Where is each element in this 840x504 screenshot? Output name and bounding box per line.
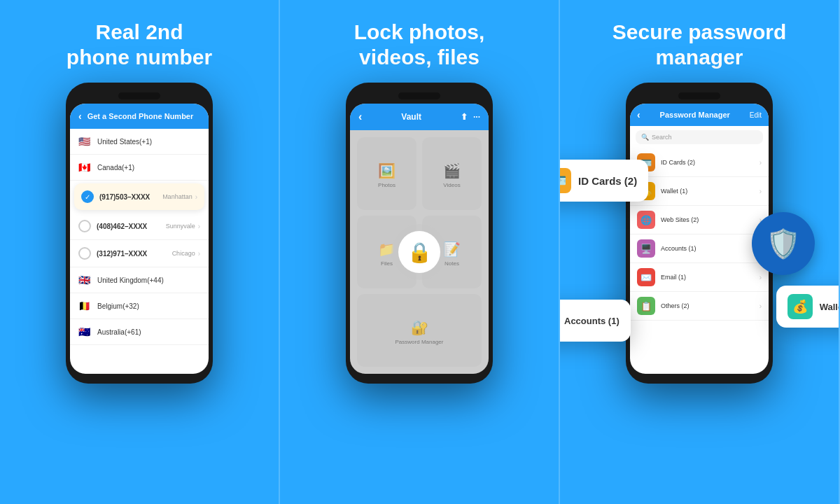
phone-1-header: ‹ Get a Second Phone Number	[70, 104, 209, 129]
upload-icon[interactable]: ⬆	[461, 112, 468, 122]
pm-item-label: ID Cards (2)	[661, 159, 760, 166]
search-icon: 🔍	[641, 134, 649, 141]
list-item[interactable]: 🇺🇸 United States(+1)	[70, 129, 209, 155]
lock-icon: 🔒	[398, 231, 440, 273]
more-icon[interactable]: ···	[473, 112, 480, 122]
phone-mockup-3: 🪪 ID Cards (2) 🛡️ 💰 Wallet (1) 🖥️ Accoun…	[626, 83, 773, 384]
phone-3: ‹ Password Manager Edit 🔍 Search 🪪 ID Ca…	[626, 83, 773, 384]
id-card-popup-icon: 🪪	[560, 168, 571, 193]
chevron-right-icon: ›	[195, 193, 197, 201]
chevron-right-icon: ›	[760, 302, 762, 310]
wallet-popup-label: Wallet (1)	[820, 302, 840, 312]
chevron-right-icon: ›	[760, 188, 762, 195]
search-bar[interactable]: 🔍 Search	[636, 130, 763, 144]
chevron-right-icon: ›	[760, 159, 762, 167]
pm-list-item-idcards[interactable]: 🪪 ID Cards (2) ›	[630, 148, 769, 177]
pm-list-item-others[interactable]: 📋 Others (2) ›	[630, 292, 769, 321]
flag-ca: 🇨🇦	[78, 162, 90, 173]
phone-2-header: ‹ Vault ⬆ ···	[350, 104, 489, 130]
phone-screen-3: ‹ Password Manager Edit 🔍 Search 🪪 ID Ca…	[630, 104, 769, 374]
phone-notch-2	[398, 92, 440, 99]
back-arrow-icon[interactable]: ‹	[637, 109, 640, 120]
pm-item-label: Wallet (1)	[661, 188, 760, 195]
phone-screen-2: ‹ Vault ⬆ ··· 🖼️ Photos 🎬 Videos	[350, 104, 489, 374]
phone-2: ‹ Vault ⬆ ··· 🖼️ Photos 🎬 Videos	[346, 83, 493, 384]
phone-1-header-title: Get a Second Phone Number	[88, 112, 194, 120]
accounts-popup[interactable]: 🖥️ Accounts (1)	[560, 300, 631, 342]
list-item[interactable]: (312)971–XXXX Chicago ›	[70, 240, 209, 267]
radio-icon	[78, 220, 91, 232]
flag-uk: 🇬🇧	[78, 274, 90, 286]
phone-number: (917)503–XXXX	[99, 193, 162, 201]
country-label: Canada(+1)	[97, 164, 134, 172]
country-label: United Kingdom(+44)	[97, 276, 164, 284]
phone-number: (312)971–XXXX	[97, 250, 172, 258]
pm-header-title: Password Manager	[660, 111, 730, 119]
search-placeholder: Search	[652, 134, 672, 141]
pm-list-item-email[interactable]: ✉️ Email (1) ›	[630, 263, 769, 292]
radio-icon	[78, 247, 91, 260]
list-item-selected[interactable]: (917)503–XXXX Manhattan ›	[74, 183, 204, 210]
lock-overlay: 🔒	[350, 130, 489, 374]
panel-vault: Lock photos,videos, files ‹ Vault ⬆ ··· …	[280, 0, 560, 504]
city-label: Manhattan	[162, 193, 192, 200]
country-label: Belgium(+32)	[97, 302, 139, 310]
flag-au: 🇦🇺	[78, 326, 90, 337]
wallet-popup-icon: 💰	[788, 294, 813, 319]
websites-icon: 🌐	[637, 211, 655, 229]
id-cards-popup-label: ID Cards (2)	[578, 175, 637, 187]
pm-item-label: Web Sites (2)	[661, 216, 760, 223]
phone-mockup-1: ‹ Get a Second Phone Number 🇺🇸 United St…	[66, 83, 213, 384]
list-item[interactable]: 🇦🇺 Australia(+61)	[70, 319, 209, 345]
pm-item-label: Others (2)	[661, 302, 760, 309]
chevron-right-icon: ›	[198, 223, 200, 230]
id-cards-popup[interactable]: 🪪 ID Cards (2)	[560, 160, 648, 202]
phone-notch-3	[678, 92, 720, 99]
others-icon: 📋	[637, 297, 655, 315]
shield-badge: 🛡️	[752, 212, 815, 275]
flag-us: 🇺🇸	[78, 136, 90, 147]
accounts-icon: 🖥️	[637, 239, 655, 258]
phone-1-list: 🇺🇸 United States(+1) 🇨🇦 Canada(+1) (917)…	[70, 129, 209, 345]
panel-2-title: Lock photos,videos, files	[354, 20, 485, 70]
phone-3-header: ‹ Password Manager Edit	[630, 104, 769, 126]
panel-password-manager: Secure passwordmanager 🪪 ID Cards (2) 🛡️…	[560, 0, 840, 504]
pm-list-item-wallet[interactable]: 👝 Wallet (1) ›	[630, 177, 769, 206]
email-icon: ✉️	[637, 268, 655, 286]
chevron-right-icon: ›	[760, 274, 762, 281]
country-label: Australia(+61)	[97, 328, 141, 336]
shield-check-icon: 🛡️	[766, 227, 801, 260]
panel-1-title: Real 2ndphone number	[66, 20, 212, 70]
panel-3-title: Secure passwordmanager	[612, 20, 786, 70]
city-label: Chicago	[172, 250, 195, 257]
city-label: Sunnyvale	[166, 223, 195, 230]
flag-be: 🇧🇪	[78, 300, 90, 312]
check-icon	[81, 190, 94, 203]
back-arrow-icon[interactable]: ‹	[78, 111, 82, 122]
list-item[interactable]: 🇨🇦 Canada(+1)	[70, 155, 209, 181]
phone-notch-1	[118, 92, 160, 99]
phone-screen-1: ‹ Get a Second Phone Number 🇺🇸 United St…	[70, 104, 209, 374]
country-label: United States(+1)	[97, 138, 152, 146]
list-item[interactable]: 🇧🇪 Belgium(+32)	[70, 293, 209, 319]
pm-item-label: Accounts (1)	[661, 245, 760, 252]
lock-circle-outer: 🔒	[391, 224, 447, 280]
chevron-right-icon: ›	[198, 250, 200, 258]
edit-button[interactable]: Edit	[750, 111, 762, 119]
pm-item-label: Email (1)	[661, 274, 760, 281]
phone-mockup-2: ‹ Vault ⬆ ··· 🖼️ Photos 🎬 Videos	[346, 83, 493, 384]
pm-list-item-accounts[interactable]: 🖥️ Accounts (1) ›	[630, 234, 769, 263]
list-item[interactable]: (408)462–XXXX Sunnyvale ›	[70, 213, 209, 240]
vault-header-title: Vault	[401, 112, 421, 122]
pm-list-item-websites[interactable]: 🌐 Web Sites (2) ›	[630, 206, 769, 234]
phone-1: ‹ Get a Second Phone Number 🇺🇸 United St…	[66, 83, 213, 384]
wallet-popup[interactable]: 💰 Wallet (1)	[776, 286, 840, 328]
back-arrow-icon[interactable]: ‹	[358, 111, 362, 123]
list-item[interactable]: 🇬🇧 United Kingdom(+44)	[70, 267, 209, 293]
panel-phone-number: Real 2ndphone number ‹ Get a Second Phon…	[0, 0, 280, 504]
accounts-popup-label: Accounts (1)	[564, 316, 620, 326]
phone-number: (408)462–XXXX	[97, 223, 166, 230]
